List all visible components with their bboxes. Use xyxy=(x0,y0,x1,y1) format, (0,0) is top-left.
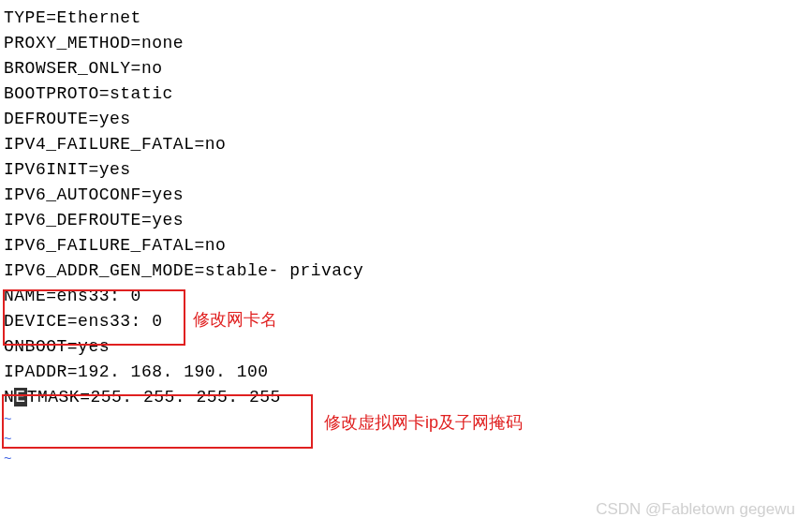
annotation-box-nicname xyxy=(3,289,185,346)
config-line: PROXY_METHOD=none xyxy=(4,31,808,56)
annotation-label-nicname: 修改网卡名 xyxy=(193,307,277,332)
config-line: IPADDR=192. 168. 190. 100 xyxy=(4,360,808,385)
vim-tilde: ~ xyxy=(4,450,808,469)
config-line: BROWSER_ONLY=no xyxy=(4,56,808,81)
annotation-label-ipmask: 修改虚拟网卡ip及子网掩码 xyxy=(324,410,523,436)
config-line: IPV6INIT=yes xyxy=(4,157,808,183)
annotation-box-ipmask xyxy=(2,394,313,449)
config-line: IPV6_DEFROUTE=yes xyxy=(4,208,808,233)
config-line: IPV6_ADDR_GEN_MODE=stable- privacy xyxy=(4,259,808,284)
config-line: BOOTPROTO=static xyxy=(4,81,808,107)
config-line: IPV6_FAILURE_FATAL=no xyxy=(4,233,808,259)
config-line: IPV6_AUTOCONF=yes xyxy=(4,183,808,208)
config-line: TYPE=Ethernet xyxy=(4,6,808,31)
config-line: DEFROUTE=yes xyxy=(4,107,808,132)
config-line: IPV4_FAILURE_FATAL=no xyxy=(4,132,808,157)
watermark-text: CSDN @Fabletown gegewu xyxy=(596,497,795,522)
